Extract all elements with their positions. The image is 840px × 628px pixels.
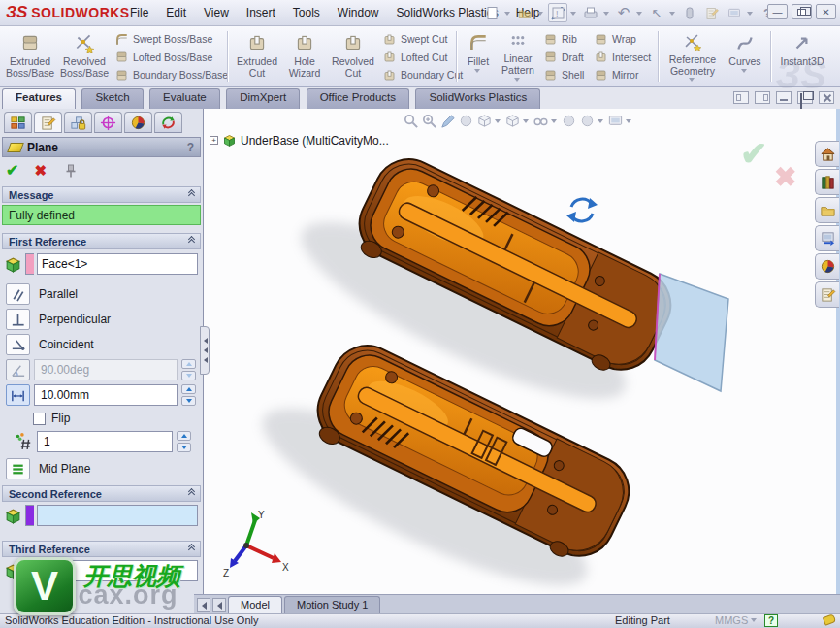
displaymanager-tab[interactable] (124, 112, 152, 133)
linear-pattern-dropdown-icon[interactable] (514, 78, 520, 84)
configurationmanager-tab[interactable] (64, 112, 92, 133)
wrap-button[interactable]: Wrap (594, 30, 651, 48)
second-reference-input[interactable] (37, 505, 198, 526)
linear-pattern-button[interactable]: Linear Pattern (497, 29, 539, 84)
menu-insert[interactable]: Insert (238, 0, 284, 25)
view-palette-tab[interactable] (815, 225, 839, 251)
custom-properties-tab[interactable] (815, 281, 839, 308)
rebuild-icon[interactable] (680, 3, 699, 22)
third-reference-section-header[interactable]: Third Reference (2, 541, 201, 557)
first-reference-input[interactable]: Face<1> (37, 253, 198, 275)
tab-motion-study[interactable]: Motion Study 1 (284, 596, 380, 613)
fillet-button[interactable]: Fillet (462, 29, 495, 84)
revolved-boss-base-button[interactable]: Revolved Boss/Base (58, 29, 111, 84)
menu-tools[interactable]: Tools (284, 0, 329, 25)
extruded-boss-base-button[interactable]: Extruded Boss/Base (4, 29, 56, 84)
tab-solidworks-plastics[interactable]: SolidWorks Plastics (415, 88, 540, 109)
view-settings-dropdown-icon[interactable] (626, 119, 631, 126)
perpendicular-icon[interactable] (6, 309, 30, 330)
document-close-button[interactable] (819, 91, 834, 104)
boundary-boss-base-button[interactable]: Boundary Boss/Base (114, 66, 228, 83)
reference-geometry-dropdown-icon[interactable] (689, 78, 695, 84)
distance-input[interactable]: 10.00mm (34, 384, 178, 406)
view-orientation-icon[interactable] (504, 113, 521, 129)
appearance-dropdown-icon[interactable] (598, 119, 603, 126)
intersect-button[interactable]: Intersect (594, 49, 651, 66)
parallel-icon[interactable] (6, 283, 30, 305)
swept-cut-button[interactable]: Swept Cut (382, 30, 463, 48)
reference-plane-preview[interactable] (655, 274, 728, 391)
draft-button[interactable]: Draft (543, 49, 584, 66)
file-explorer-tab[interactable] (815, 197, 839, 223)
edit-appearance-icon[interactable] (579, 113, 596, 129)
section-view-icon[interactable] (476, 113, 493, 129)
new-dropdown-icon[interactable] (504, 12, 510, 18)
display-style-dropdown-icon[interactable] (551, 119, 557, 126)
select-dropdown-icon[interactable] (669, 12, 675, 18)
lofted-cut-button[interactable]: Lofted Cut (382, 49, 463, 66)
restore-button[interactable] (792, 4, 812, 19)
undo-dropdown-icon[interactable] (636, 12, 642, 18)
tab-scroll-left2-button[interactable] (212, 598, 226, 612)
reference-geometry-button[interactable]: Reference Geometry (663, 29, 722, 84)
zoom-area-icon[interactable] (421, 113, 437, 129)
status-help-icon[interactable]: ? (764, 614, 778, 627)
open-dropdown-icon[interactable] (537, 12, 543, 18)
extruded-cut-button[interactable]: Extruded Cut (233, 29, 281, 84)
close-button[interactable]: ✕ (816, 4, 836, 19)
open-icon[interactable] (515, 3, 534, 22)
publish-dropdown-icon[interactable] (570, 12, 576, 18)
distance-spinner[interactable] (181, 384, 196, 406)
tab-evaluate[interactable]: Evaluate (149, 88, 220, 109)
propertymanager-tab[interactable] (34, 112, 62, 133)
select-arrow-icon[interactable]: ↖ (647, 3, 666, 22)
parallel-option[interactable]: Parallel (6, 283, 78, 305)
tab-dimxpert[interactable]: DimXpert (226, 88, 300, 109)
menu-edit[interactable]: Edit (157, 0, 195, 25)
property-help-icon[interactable]: ? (187, 141, 194, 154)
fillet-dropdown-icon[interactable] (474, 69, 480, 76)
tab-features[interactable]: Features (2, 88, 76, 109)
curves-button[interactable]: Curves (724, 29, 766, 84)
tab-model[interactable]: Model (228, 596, 282, 613)
pane-left-icon[interactable] (733, 91, 749, 104)
tab-office-products[interactable]: Office Products (307, 88, 409, 109)
coincident-option[interactable]: Coincident (6, 334, 94, 355)
featuremanager-tree-tab[interactable] (4, 112, 32, 133)
new-document-icon[interactable] (482, 3, 501, 22)
curves-dropdown-icon[interactable] (741, 69, 747, 76)
coincident-icon[interactable] (6, 334, 30, 355)
boundary-cut-button[interactable]: Boundary Cut (382, 66, 463, 83)
section-view-dropdown-icon[interactable] (495, 119, 501, 126)
pane-right-icon[interactable] (755, 91, 770, 104)
pin-icon[interactable] (62, 162, 80, 180)
menu-file[interactable]: File (121, 0, 157, 25)
graphics-area[interactable]: Y X Z (204, 109, 840, 594)
mid-plane-icon[interactable] (6, 458, 30, 479)
options-icon[interactable] (725, 3, 744, 22)
print-icon[interactable] (581, 3, 600, 22)
tab-sketch[interactable]: Sketch (81, 88, 143, 109)
count-spinner[interactable] (177, 431, 191, 452)
message-section-header[interactable]: Message (2, 186, 201, 203)
mirror-button[interactable]: Mirror (594, 66, 651, 83)
hide-show-items-icon[interactable] (561, 113, 577, 129)
dimxpertmanager-tab[interactable] (94, 112, 122, 133)
sketch-pen-icon[interactable] (439, 113, 456, 129)
undo-icon[interactable]: ↶ (614, 3, 633, 22)
distance-icon[interactable] (6, 384, 30, 406)
confirm-ok-icon[interactable]: ✔ (740, 135, 768, 172)
second-reference-section-header[interactable]: Second Reference (2, 485, 201, 502)
count-input[interactable]: 1 (37, 431, 173, 452)
perpendicular-option[interactable]: Perpendicular (6, 309, 111, 330)
document-minimize-button[interactable] (776, 91, 792, 104)
panel-splitter-handle[interactable] (200, 326, 210, 375)
flip-checkbox[interactable] (33, 413, 46, 425)
plastics-manager-tab[interactable] (154, 112, 182, 133)
publish-edrawings-icon[interactable]: ! (548, 3, 567, 22)
minimize-button[interactable]: — (767, 4, 788, 19)
solidworks-resources-tab[interactable] (815, 141, 839, 167)
view-settings-icon[interactable] (607, 113, 624, 129)
previous-view-icon[interactable] (458, 113, 474, 129)
display-style-glasses-icon[interactable] (533, 113, 549, 129)
